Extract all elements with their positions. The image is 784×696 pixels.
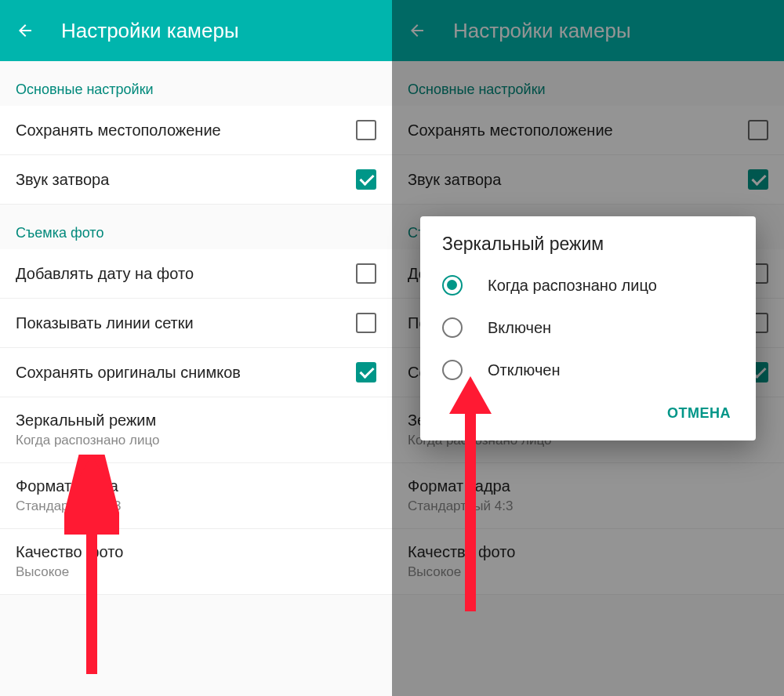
row-save-location[interactable]: Сохранять местоположение (0, 106, 392, 155)
dialog-option-enabled[interactable]: Включен (420, 306, 756, 349)
row-label: Качество фото (16, 543, 376, 561)
page-title: Настройки камеры (61, 19, 239, 43)
row-label: Сохранять оригиналы снимков (16, 364, 356, 382)
radio-icon[interactable] (442, 317, 463, 338)
row-sub: Когда распознано лицо (16, 433, 376, 448)
section-basic-settings: Основные настройки (0, 61, 392, 106)
row-sub: Высокое (16, 564, 376, 580)
checkbox-save-location[interactable] (356, 120, 376, 140)
left-pane: Настройки камеры Основные настройки Сохр… (0, 0, 392, 696)
mirror-mode-dialog: Зеркальный режим Когда распознано лицо В… (420, 216, 756, 440)
checkbox-show-grid[interactable] (356, 313, 376, 333)
dialog-option-disabled[interactable]: Отключен (420, 349, 756, 391)
row-label: Формат кадра (16, 477, 376, 495)
row-save-originals[interactable]: Сохранять оригиналы снимков (0, 348, 392, 397)
row-mirror-mode[interactable]: Зеркальный режим Когда распознано лицо (0, 397, 392, 463)
radio-icon[interactable] (442, 275, 463, 295)
row-label: Добавлять дату на фото (16, 265, 356, 283)
checkbox-save-originals[interactable] (356, 362, 376, 382)
right-pane: Настройки камеры Основные настройки Сохр… (392, 0, 784, 696)
row-add-date[interactable]: Добавлять дату на фото (0, 249, 392, 299)
row-sub: Стандартный 4:3 (16, 498, 376, 514)
cancel-button[interactable]: ОТМЕНА (659, 399, 739, 428)
row-show-grid[interactable]: Показывать линии сетки (0, 299, 392, 348)
row-photo-quality[interactable]: Качество фото Высокое (0, 529, 392, 595)
row-label: Показывать линии сетки (16, 314, 356, 332)
row-shutter-sound[interactable]: Звук затвора (0, 155, 392, 205)
option-label: Включен (488, 319, 551, 337)
app-header: Настройки камеры (0, 0, 392, 61)
row-frame-format[interactable]: Формат кадра Стандартный 4:3 (0, 463, 392, 529)
row-label: Звук затвора (16, 171, 356, 189)
option-label: Отключен (488, 361, 561, 379)
checkbox-shutter-sound[interactable] (356, 169, 376, 190)
row-label: Сохранять местоположение (16, 121, 356, 140)
section-photo-capture: Съемка фото (0, 205, 392, 249)
checkbox-add-date[interactable] (356, 263, 376, 284)
radio-icon[interactable] (442, 360, 463, 380)
dialog-option-face-detected[interactable]: Когда распознано лицо (420, 264, 756, 306)
back-icon[interactable] (14, 20, 36, 42)
row-label: Зеркальный режим (16, 411, 376, 430)
dialog-title: Зеркальный режим (420, 234, 756, 264)
option-label: Когда распознано лицо (488, 277, 657, 295)
